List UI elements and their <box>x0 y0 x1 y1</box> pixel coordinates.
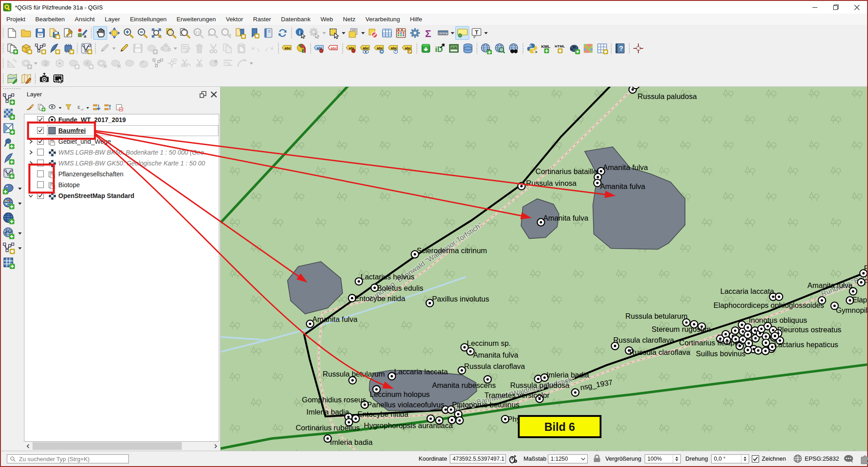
add-postgis-dropdown-icon[interactable] <box>17 186 23 191</box>
metasearch-button[interactable] <box>507 42 521 55</box>
redo-button[interactable] <box>262 42 276 55</box>
layer-name[interactable]: Biotope <box>58 181 80 189</box>
zoom-full-button[interactable] <box>149 26 163 40</box>
find-marker[interactable] <box>744 331 751 338</box>
style-manager-button[interactable]: a <box>75 26 89 40</box>
show-hide-labels-button[interactable]: abc <box>359 42 373 55</box>
layer-checkbox[interactable] <box>37 170 44 177</box>
add-wfs-layer-button[interactable] <box>2 226 16 240</box>
identify-button[interactable]: i <box>293 26 307 40</box>
osm-id-editor-button[interactable]: iD <box>433 42 447 55</box>
add-geopackage-button[interactable] <box>2 167 16 180</box>
find-marker[interactable] <box>775 293 783 300</box>
collapse-all-button[interactable] <box>103 103 113 113</box>
find-marker[interactable] <box>762 347 769 354</box>
filter-legend-button[interactable] <box>64 103 74 113</box>
toolbar-handle[interactable] <box>415 43 418 54</box>
layer-name[interactable]: OpenStreetMap Standard <box>58 192 134 199</box>
coordinate-input[interactable]: 473592.5,5397497.1 <box>450 454 506 463</box>
close-button[interactable] <box>846 1 867 14</box>
new-geopackage-button[interactable] <box>19 42 33 55</box>
locator-search-input[interactable]: Zu suchender Typ (Strg+K) <box>7 454 129 463</box>
layer-checkbox[interactable] <box>37 160 44 166</box>
split-features-button[interactable] <box>151 57 165 70</box>
spin-arrows-icon[interactable] <box>741 455 748 463</box>
bookmark-manager-button[interactable] <box>261 26 275 40</box>
menu-raster[interactable]: Raster <box>248 14 276 24</box>
menu-layer[interactable]: Layer <box>100 14 125 24</box>
run-action-dropdown-icon[interactable] <box>321 27 327 39</box>
find-marker[interactable] <box>571 389 579 396</box>
layer-row[interactable]: Biotope <box>24 179 219 190</box>
expander-icon[interactable] <box>28 160 33 166</box>
rotate-label-button[interactable]: abc <box>387 42 401 55</box>
find-marker[interactable] <box>755 347 762 354</box>
mask-plugin-button[interactable] <box>567 42 581 55</box>
save-project-button[interactable] <box>33 26 47 40</box>
render-checkbox[interactable] <box>752 455 759 462</box>
merge-features-button[interactable] <box>179 57 193 70</box>
add-ring-dropdown-icon[interactable] <box>33 57 38 70</box>
messages-icon[interactable] <box>843 454 855 464</box>
refresh-button[interactable] <box>275 26 289 40</box>
add-group-button[interactable] <box>36 103 47 113</box>
find-marker[interactable] <box>518 183 525 190</box>
menu-erweiterungen[interactable]: Erweiterungen <box>171 14 221 24</box>
zoom-in-button[interactable] <box>121 26 135 40</box>
toggle-editing-button[interactable] <box>117 42 131 55</box>
layer-row[interactable]: WMS LGRB-BW GK50: Geologische Karte 1 : … <box>24 158 219 169</box>
layer-row[interactable]: Gebiet_und_Wege <box>24 136 219 147</box>
statistics-button[interactable]: Σ <box>422 26 436 40</box>
scroll-left-icon[interactable] <box>24 442 32 450</box>
deselect-button[interactable] <box>366 26 380 40</box>
move-label-arrow-button[interactable]: abc <box>373 42 387 55</box>
label-options-button[interactable]: abc <box>280 42 294 55</box>
add-virtual-layer-button[interactable] <box>2 256 16 270</box>
layer-checkbox[interactable] <box>37 127 44 134</box>
add-part-button[interactable] <box>66 57 80 70</box>
layout-manager-button[interactable] <box>61 26 75 40</box>
toolbar-handle[interactable] <box>1 73 5 84</box>
copy-style-button[interactable] <box>5 42 19 55</box>
delete-part-button[interactable] <box>108 57 123 70</box>
undo-button[interactable] <box>248 42 262 55</box>
new-virtual-chip-button[interactable] <box>61 42 75 55</box>
fill-ring-button[interactable] <box>80 57 94 70</box>
globe-search-button[interactable] <box>493 42 507 55</box>
add-vector-tile-button[interactable] <box>2 241 16 255</box>
toolbar-handle[interactable] <box>94 43 97 54</box>
scrollbar-track[interactable] <box>32 442 212 450</box>
scroll-right-icon[interactable] <box>212 442 219 450</box>
map-canvas[interactable]: Rundweg "Bannwald "Waldmoor-Torfstich"Ru… <box>221 87 867 451</box>
crs-globe-icon[interactable] <box>793 454 802 463</box>
expander-icon[interactable] <box>28 139 33 144</box>
html-tools-button[interactable]: HTML <box>553 42 567 55</box>
toolbar-handle[interactable] <box>90 28 93 38</box>
layer-name[interactable]: WMS LGRB-BW GK50: Geologische Karte 1 : … <box>58 160 205 167</box>
layer-name[interactable]: Pflanzengesellschaften <box>58 170 123 178</box>
map-pencil-button[interactable] <box>19 72 33 85</box>
toolbar-handle[interactable] <box>3 88 21 90</box>
crosshair-button[interactable] <box>631 42 645 55</box>
layer-row[interactable]: OpenStreetMap Standard <box>24 190 219 201</box>
rotate-point-symbols-button[interactable] <box>207 57 221 70</box>
menu-bearbeiten[interactable]: Bearbeiten <box>30 14 70 24</box>
run-action-button[interactable] <box>307 26 321 40</box>
toolbar-handle[interactable] <box>1 43 5 54</box>
text-annotation-dropdown-icon[interactable] <box>483 27 489 39</box>
pan-to-selection-button[interactable] <box>107 26 121 40</box>
layer-name[interactable]: Baumfrei <box>58 127 86 134</box>
open-project-button[interactable] <box>19 26 33 40</box>
menu-ansicht[interactable]: Ansicht <box>70 14 99 24</box>
toolbar-handle[interactable] <box>609 43 613 54</box>
save-edits-button[interactable] <box>131 42 145 55</box>
measure-button[interactable] <box>436 26 450 40</box>
add-wfs-layer-dropdown-icon[interactable] <box>17 231 23 236</box>
vertex-tool-dropdown-icon[interactable] <box>173 42 178 55</box>
expand-all-button[interactable] <box>91 103 102 113</box>
manage-visibility-dropdown-icon[interactable] <box>59 103 63 113</box>
add-web-layer-button[interactable] <box>2 212 16 225</box>
help-book-button[interactable]: ? <box>613 42 627 55</box>
delete-ring-button[interactable] <box>94 57 108 70</box>
measure-dropdown-icon[interactable] <box>450 27 455 39</box>
